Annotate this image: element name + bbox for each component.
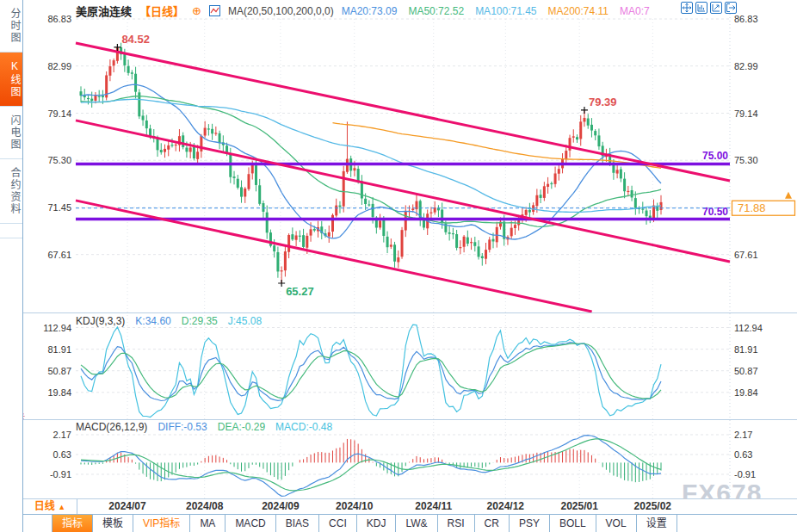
price-axis-label-left: 71.45 xyxy=(47,202,71,213)
indicator-tab-设置[interactable]: 设置 xyxy=(637,515,677,532)
price-axis-label-left: 75.30 xyxy=(47,155,71,165)
sidebar-tab-4[interactable]: 合约资料 xyxy=(0,159,22,224)
ma-value: MA0:7 xyxy=(620,5,650,17)
chart-header: 美原油连续 【日线】 ⊕ MA(20,50,100,200,0,0) MA20:… xyxy=(76,3,650,19)
macd-header: MACD(26,12,9) DIFF:-0.53DEA:-0.29MACD:-0… xyxy=(76,421,332,433)
sidebar: 分时图K线图闪电图合约资料 xyxy=(0,0,23,532)
indicator-tab-VIP指标[interactable]: VIP指标 xyxy=(133,515,190,532)
crosshair-icon[interactable] xyxy=(681,2,693,14)
sidebar-tab-2[interactable]: K线图 xyxy=(0,53,22,107)
kdj-axis-label-left: 19.84 xyxy=(47,387,71,398)
macd-histogram xyxy=(81,439,661,482)
sidebar-tab-1[interactable]: 分时图 xyxy=(0,0,22,53)
kdj-axis-label-left: 81.91 xyxy=(47,344,71,355)
kdj-axis-label-right: 19.84 xyxy=(734,387,758,398)
ma-value: MA100:71.45 xyxy=(475,5,536,17)
price-axis-label-right: 67.61 xyxy=(734,250,758,260)
toolbar-spacer xyxy=(23,515,53,532)
kdj-line xyxy=(81,343,661,401)
price-axis-label-right: 82.99 xyxy=(734,61,758,71)
window-tool-icons xyxy=(681,2,737,14)
annotation-high: 84.52 xyxy=(121,33,150,46)
kdj-values: K:34.60D:29.35J:45.08 xyxy=(135,315,262,327)
indicator-tab-VOL[interactable]: VOL xyxy=(596,515,637,532)
macd-line xyxy=(81,436,661,497)
indicator-toolbar: 指标模板VIP指标MAMACDBIASCCIKDJLW&RSICRPSYBOLL… xyxy=(23,514,797,532)
macd-values: DIFF:-0.53DEA:-0.29MACD:-0.48 xyxy=(158,421,332,433)
indicator-tab-BIAS[interactable]: BIAS xyxy=(276,515,319,532)
macd-axis-label-left: -0.91 xyxy=(50,469,71,479)
indicator-tab-KDJ[interactable]: KDJ xyxy=(357,515,397,532)
indicator-tab-RSI[interactable]: RSI xyxy=(438,515,475,532)
price-axis-label-right: 86.83 xyxy=(734,14,758,24)
kdj-axis-label-left: 112.94 xyxy=(43,323,71,333)
sidebar-stub xyxy=(0,224,22,238)
time-axis: 日线 ▲ 2024/072024/082024/092024/102024/11… xyxy=(23,499,797,514)
kdj-axis-label-right: 112.94 xyxy=(734,323,763,333)
annotation-low: 65.27 xyxy=(286,285,314,298)
extreme-cross-marker xyxy=(278,280,285,287)
symbol-title: 美原油连续 xyxy=(76,3,132,19)
kdj-axis-label-right: 50.87 xyxy=(734,366,758,376)
ma-value: MA50:72.52 xyxy=(408,5,464,17)
sidebar-tab-3[interactable]: 闪电图 xyxy=(0,107,22,159)
indicator-tab-模板[interactable]: 模板 xyxy=(93,515,133,532)
macd-value: MACD:-0.48 xyxy=(275,421,332,433)
month-label: 2024/11 xyxy=(415,500,452,512)
level-label: 75.00 xyxy=(702,150,728,162)
price-axis-label-left: 67.61 xyxy=(47,250,71,260)
macd-value: DEA:-0.29 xyxy=(218,421,265,433)
chart-style-icon[interactable] xyxy=(209,5,220,16)
ma-formula: MA(20,50,100,200,0,0) xyxy=(228,5,334,17)
indicator-tab-CR[interactable]: CR xyxy=(475,515,510,532)
ma-line-MA100 xyxy=(81,99,661,212)
kdj-value: D:29.35 xyxy=(182,315,218,327)
price-axis-label-right: 75.30 xyxy=(734,155,758,165)
indicator-tab-MA[interactable]: MA xyxy=(190,515,226,532)
kdj-header: KDJ(9,3,3) K:34.60D:29.35J:45.08 xyxy=(76,315,262,327)
macd-axis-label-left: 2.17 xyxy=(53,430,71,440)
indicator-tab-MACD[interactable]: MACD xyxy=(226,515,275,532)
ma-value: MA200:74.11 xyxy=(548,5,609,17)
period-selector[interactable]: 日线 ▲ xyxy=(23,499,77,514)
month-label: 2025/01 xyxy=(560,500,597,512)
indicator-tab-CCI[interactable]: CCI xyxy=(319,515,357,532)
price-axis-label-left: 86.83 xyxy=(47,14,71,24)
macd-axis-label-left: 0.63 xyxy=(53,449,71,460)
macd-line xyxy=(81,439,661,491)
chevron-up-icon: ▲ xyxy=(58,503,65,511)
indicator-tab-BOLL[interactable]: BOLL xyxy=(550,515,596,532)
indicator-tab-LW&[interactable]: LW& xyxy=(396,515,437,532)
ma-values: MA20:73.09MA50:72.52MA100:71.45MA200:74.… xyxy=(342,5,650,17)
price-axis-label-left: 79.14 xyxy=(47,108,71,119)
price-axis-label-left: 82.99 xyxy=(47,61,71,71)
kdj-axis-label-left: 50.87 xyxy=(47,366,71,376)
indicator-tab-指标[interactable]: 指标 xyxy=(53,515,93,532)
macd-axis-label-right: 2.17 xyxy=(734,430,752,440)
kdj-value: J:45.08 xyxy=(228,315,262,327)
chart-play-icon[interactable] xyxy=(710,2,722,14)
month-label: 2024/07 xyxy=(108,500,145,512)
kdj-axis-label-right: 81.91 xyxy=(734,344,758,355)
current-price-label: 71.88 xyxy=(738,201,766,214)
indicator-tab-PSY[interactable]: PSY xyxy=(510,515,550,532)
month-label: 2024/10 xyxy=(336,500,373,512)
price-axis-label-right: 79.14 xyxy=(734,108,758,119)
exit-fullscreen-icon[interactable] xyxy=(725,2,737,14)
macd-value: DIFF:-0.53 xyxy=(158,421,207,433)
ma-value: MA20:73.09 xyxy=(342,5,398,17)
axis-scale-icon[interactable] xyxy=(695,2,707,14)
kdj-label: KDJ(9,3,3) xyxy=(76,315,125,327)
price-arrow-icon xyxy=(785,192,792,199)
month-label: 2024/12 xyxy=(487,500,524,512)
period-tag: 【日线】 xyxy=(139,3,184,19)
month-label: 2024/08 xyxy=(186,500,223,512)
add-indicator-icon[interactable]: ⊕ xyxy=(192,4,201,17)
ma-line-MA200 xyxy=(332,123,661,169)
level-label: 70.50 xyxy=(702,206,728,218)
macd-label: MACD(26,12,9) xyxy=(76,421,147,433)
kdj-value: K:34.60 xyxy=(135,315,170,327)
extreme-cross-marker xyxy=(581,107,588,114)
period-selector-label: 日线 xyxy=(34,500,55,512)
annotation-high: 79.39 xyxy=(589,96,617,108)
